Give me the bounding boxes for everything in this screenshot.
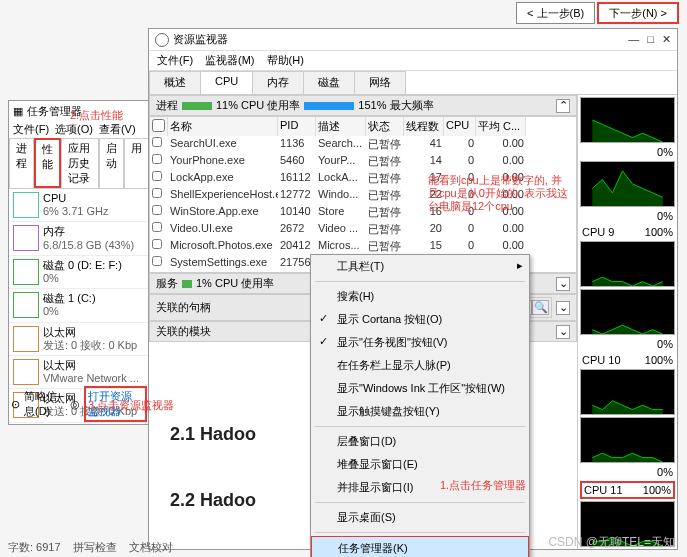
tab-performance[interactable]: 性能 (34, 138, 61, 188)
doc-heading-2: 2.2 Hadoo (170, 490, 256, 511)
col-avg[interactable]: 平均 C... (476, 117, 526, 136)
select-all-checkbox[interactable] (152, 119, 165, 132)
menu-view[interactable]: 查看(V) (99, 122, 136, 137)
menu-item[interactable]: ✓显示 Cortana 按钮(O) (311, 308, 529, 331)
col-name[interactable]: 名称 (168, 117, 278, 136)
menu-item[interactable]: 任务管理器(K) (311, 536, 529, 557)
annotation-step1: 1.点击任务管理器 (440, 478, 526, 493)
taskmgr-icon: ▦ (13, 105, 23, 118)
cpu-chart (580, 241, 675, 287)
resmon-title: 资源监视器 (173, 32, 228, 47)
svg-marker-1 (592, 171, 662, 206)
svg-marker-5 (592, 453, 662, 462)
annotation-step2: 2.点击性能 (70, 108, 123, 123)
table-row[interactable]: Microsoft.Photos.exe20412Micros...已暂停150… (150, 238, 576, 255)
brief-toggle[interactable]: ⊙ (11, 398, 20, 411)
next-button[interactable]: 下一步(N) > (597, 2, 679, 24)
menu-item[interactable]: 显示"Windows Ink 工作区"按钮(W) (311, 377, 529, 400)
svc-cpu-bar (182, 280, 192, 288)
menu-monitor[interactable]: 监视器(M) (205, 53, 255, 68)
tab-disk[interactable]: 磁盘 (303, 71, 355, 94)
expand-icon[interactable]: ⌄ (556, 325, 570, 339)
table-row[interactable]: SearchUI.exe1136Search...已暂停4100.00 (150, 136, 576, 153)
section-label: 关联的句柄 (156, 300, 211, 315)
cpu-use-bar (182, 102, 212, 110)
col-desc[interactable]: 描述 (316, 117, 366, 136)
proofing[interactable]: 文档校对 (129, 540, 173, 555)
expand-icon[interactable]: ⌄ (556, 301, 570, 315)
menu-item[interactable]: 搜索(H) (311, 285, 529, 308)
menu-item[interactable]: 在任务栏上显示人脉(P) (311, 354, 529, 377)
expand-icon[interactable]: ⌄ (556, 277, 570, 291)
row-checkbox[interactable] (152, 239, 162, 249)
row-checkbox[interactable] (152, 256, 162, 266)
chart-label: 0% (580, 465, 675, 479)
menu-item[interactable]: 层叠窗口(D) (311, 430, 529, 453)
task-manager-window: ▦ 任务管理器 文件(F) 选项(O) 查看(V) 进程 性能 应用历史记录 启… (8, 100, 150, 425)
menu-item[interactable]: 显示桌面(S) (311, 506, 529, 529)
menu-help[interactable]: 帮助(H) (267, 53, 304, 68)
chart-label: 0% (580, 145, 675, 159)
resmon-menubar: 文件(F) 监视器(M) 帮助(H) (149, 51, 677, 71)
row-checkbox[interactable] (152, 137, 162, 147)
annotation-step3: 3.点击资源监视器 (88, 398, 174, 413)
table-row[interactable]: YourPhone.exe5460YourP...已暂停1400.00 (150, 153, 576, 170)
tab-history[interactable]: 应用历史记录 (61, 138, 99, 188)
tab-startup[interactable]: 启动 (99, 138, 124, 188)
col-status[interactable]: 状态 (366, 117, 404, 136)
menu-item[interactable]: 堆叠显示窗口(E) (311, 453, 529, 476)
tab-memory[interactable]: 内存 (252, 71, 304, 94)
perf-item[interactable]: 磁盘 1 (C:)0% (9, 289, 149, 322)
perf-item[interactable]: 磁盘 0 (D: E: F:)0% (9, 256, 149, 289)
perf-item[interactable]: 以太网VMware Network ... (9, 356, 149, 389)
menu-file[interactable]: 文件(F) (157, 53, 193, 68)
col-pid[interactable]: PID (278, 117, 316, 136)
perf-item[interactable]: CPU6% 3.71 GHz (9, 189, 149, 222)
menu-file[interactable]: 文件(F) (13, 122, 49, 137)
perf-item[interactable]: 内存6.8/15.8 GB (43%) (9, 222, 149, 255)
chart-label: 0% (580, 337, 675, 351)
close-icon[interactable]: ✕ (662, 33, 671, 46)
resmon-title-bar: 资源监视器 — □ ✕ (149, 29, 677, 51)
collapse-icon[interactable]: ⌃ (556, 99, 570, 113)
sparkline-icon (13, 359, 39, 385)
prev-button[interactable]: < 上一步(B) (516, 2, 595, 24)
section-label: 关联的模块 (156, 324, 211, 339)
menu-item[interactable]: ✓显示"任务视图"按钮(V) (311, 331, 529, 354)
sparkline-icon (13, 192, 39, 218)
row-checkbox[interactable] (152, 188, 162, 198)
tab-processes[interactable]: 进程 (9, 138, 34, 188)
maximize-icon[interactable]: □ (647, 33, 654, 46)
row-checkbox[interactable] (152, 205, 162, 215)
svg-marker-0 (592, 120, 662, 142)
search-icon[interactable]: 🔍 (532, 300, 549, 315)
cpu-chart (580, 161, 675, 207)
word-count[interactable]: 字数: 6917 (8, 540, 61, 555)
cpu-chart (580, 97, 675, 143)
taskmgr-tabs: 进程 性能 应用历史记录 启动 用 (9, 138, 149, 189)
spell-check[interactable]: 拼写检查 (73, 540, 117, 555)
row-checkbox[interactable] (152, 171, 162, 181)
processes-header[interactable]: 进程 11% CPU 使用率 151% 最大频率 ⌃ (149, 95, 577, 116)
table-header: 名称 PID 描述 状态 线程数 CPU 平均 C... (150, 117, 576, 136)
tab-network[interactable]: 网络 (354, 71, 406, 94)
minimize-icon[interactable]: — (628, 33, 639, 46)
row-checkbox[interactable] (152, 154, 162, 164)
resmon-icon: ◎ (70, 398, 80, 411)
table-row[interactable]: Video.UI.exe2672Video ...已暂停2000.00 (150, 221, 576, 238)
cpu-charts-panel: 0%0%CPU 9100%0%CPU 10100%0%CPU 11100% (577, 95, 677, 549)
tab-cpu[interactable]: CPU (200, 71, 253, 94)
tab-users[interactable]: 用 (124, 138, 149, 188)
col-threads[interactable]: 线程数 (404, 117, 444, 136)
resmon-icon (155, 33, 169, 47)
row-checkbox[interactable] (152, 222, 162, 232)
wizard-nav: < 上一步(B) 下一步(N) > (0, 0, 687, 26)
tab-overview[interactable]: 概述 (149, 71, 201, 94)
svg-marker-2 (592, 277, 662, 286)
perf-item[interactable]: 以太网发送: 0 接收: 0 Kbp (9, 323, 149, 356)
max-freq-bar (304, 102, 354, 110)
menu-item[interactable]: 显示触摸键盘按钮(Y) (311, 400, 529, 423)
menu-options[interactable]: 选项(O) (55, 122, 93, 137)
col-cpu[interactable]: CPU (444, 117, 476, 136)
menu-item[interactable]: 工具栏(T)▸ (311, 255, 529, 278)
